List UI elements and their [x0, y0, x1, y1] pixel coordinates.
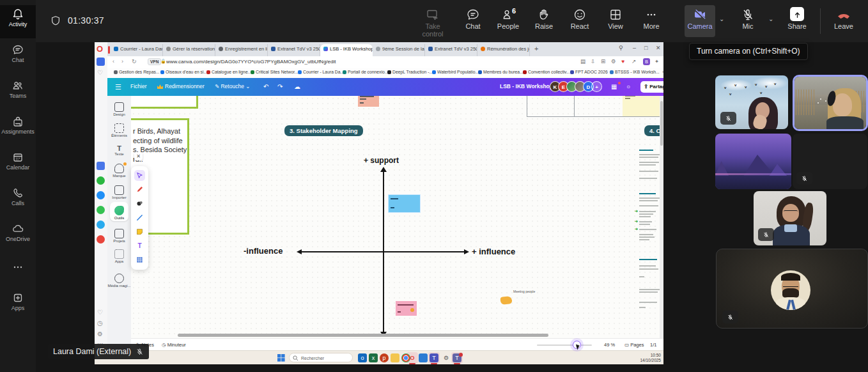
zoom-slider-track[interactable] — [537, 345, 592, 346]
sidebar-item-assignments[interactable]: Assignments — [0, 112, 36, 146]
people-button[interactable]: 6 People — [490, 5, 526, 38]
canva-nav-tools[interactable]: Outils — [107, 206, 131, 220]
workspace-icon[interactable] — [97, 58, 105, 66]
canva-nav-text[interactable]: TTexte — [107, 144, 131, 156]
canva-nav-design[interactable]: Design — [107, 102, 131, 116]
browser-tab-4[interactable]: Extranet TdV v3 2505. #2 — [268, 44, 320, 56]
outlook-icon[interactable]: o — [358, 353, 367, 362]
bookmarks-heart-icon[interactable]: ♡ — [97, 309, 103, 316]
axis-label-neg-influence[interactable]: -influence — [244, 246, 283, 256]
bookmark-item[interactable]: Convention collectiv... — [523, 70, 570, 74]
flyout-close-button[interactable]: ✕ — [134, 152, 143, 160]
browser-tab-8[interactable]: Rémunération des jours fé — [477, 44, 530, 56]
canva-file-menu[interactable]: Fichier — [130, 83, 147, 89]
bookmark-item[interactable]: Portail de connexio... — [343, 70, 388, 74]
window-minimize-button[interactable]: – — [633, 45, 636, 51]
favorites-heart-icon[interactable]: ♥ — [621, 58, 624, 65]
opera-logo-icon[interactable]: O — [97, 44, 103, 54]
browser-tab-7[interactable]: Extranet TdV v3 2505. #2 — [425, 44, 477, 56]
sidebar-item-calendar[interactable]: Calendar — [0, 148, 36, 182]
excel-icon[interactable]: x — [369, 353, 378, 362]
canva-share-button[interactable]: ⇪ Partager — [640, 81, 663, 93]
download-icon[interactable]: ⇩ — [591, 58, 595, 65]
window-maximize-button[interactable]: □ — [644, 45, 647, 51]
more-button[interactable]: More — [633, 5, 669, 38]
participant-video-tile[interactable] — [715, 134, 791, 189]
bookmark-item[interactable]: Gestion des Repas... — [114, 70, 159, 74]
forward-button[interactable]: › — [121, 58, 123, 65]
sidebar-item-apps[interactable]: Apps — [0, 289, 36, 322]
participant-avatar-tile[interactable] — [716, 249, 868, 329]
design-canvas[interactable]: r Birds, Alhayat ecting of wildlife s, B… — [131, 96, 663, 338]
canva-nav-brand[interactable]: Marque — [107, 164, 131, 178]
participant-video-tile[interactable] — [754, 191, 826, 245]
design-title[interactable]: LSB - IKB Workshop — [500, 83, 553, 89]
text-tool[interactable]: T — [134, 240, 145, 251]
bookmark-item[interactable]: BTSSS - IKB Worksh... — [610, 70, 660, 74]
sticky-note-tool[interactable] — [134, 226, 145, 237]
sidebar-item-onedrive[interactable]: OneDrive — [0, 220, 36, 253]
section-3-badge[interactable]: 3. Stakeholder Mapping — [284, 125, 363, 136]
canva-nav-projects[interactable]: Projets — [107, 229, 131, 243]
blue-sticky-note[interactable] — [389, 195, 420, 212]
axis-label-pos-influence[interactable]: + influence — [472, 247, 515, 256]
canva-nav-upload[interactable]: Importer — [107, 185, 131, 199]
sync-icon[interactable]: ✦ — [655, 58, 659, 65]
bookmark-item[interactable]: Catalogue en ligne... — [206, 70, 251, 74]
taskbar-search[interactable]: Rechercher — [289, 353, 353, 362]
bookmark-item[interactable]: Waterbird Populatio... — [432, 70, 479, 74]
sidebar-item-chat[interactable]: Chat — [0, 41, 36, 74]
add-collaborator-button[interactable]: + — [591, 81, 602, 92]
telegram-icon[interactable] — [97, 221, 105, 229]
canva-nav-apps[interactable]: Apps — [107, 249, 131, 263]
mic-options-chevron[interactable]: ⌄ — [768, 15, 773, 22]
bookmarks-overflow-chevron[interactable]: » — [662, 70, 663, 74]
axis-label-support[interactable]: + support — [364, 156, 399, 165]
canva-resize-menu[interactable]: Redimensionner — [157, 83, 205, 89]
canvas-vertical-scrollbar[interactable] — [660, 96, 663, 338]
canva-nav-magic-media[interactable]: Média magi... — [107, 274, 131, 288]
mic-button[interactable]: Mic — [730, 5, 766, 38]
raise-hand-button[interactable]: Raise — [526, 5, 562, 38]
zoom-percent[interactable]: 49 % — [604, 342, 615, 348]
facebook-messenger-icon[interactable] — [97, 191, 105, 199]
reader-mode-icon[interactable]: ▤ — [580, 58, 585, 65]
bookmark-item[interactable]: DeepL Traduction -... — [387, 70, 433, 74]
react-button[interactable]: React — [562, 5, 598, 38]
yellow-shape[interactable] — [500, 296, 512, 305]
extension-icon[interactable]: ⚙ — [611, 58, 616, 65]
powerpoint-icon[interactable]: p — [380, 353, 389, 362]
canva-edit-menu[interactable]: ✎ Retouche ⌄ — [215, 83, 250, 89]
timer-button[interactable]: ◷ Minuteur — [162, 342, 186, 348]
insights-chart-icon[interactable]: ▦ — [611, 83, 617, 90]
bookmark-item[interactable]: Oiseaux d'eau en si... — [160, 70, 207, 74]
sidebar-item-teams[interactable]: Teams — [0, 77, 36, 110]
camera-options-chevron[interactable]: ⌄ — [719, 15, 724, 22]
pink-sticky-note[interactable] — [396, 301, 417, 316]
bookmark-item[interactable]: FPT ADOC 2026 — [570, 70, 608, 74]
settings-gear-icon[interactable]: ⚙ — [97, 330, 103, 337]
browser-tab-2[interactable]: Gérer la réservation — [163, 44, 215, 56]
table-tool[interactable] — [134, 254, 145, 265]
camera-button[interactable]: Camera — [685, 5, 715, 37]
line-tool[interactable] — [134, 212, 145, 223]
new-tab-button[interactable]: + — [534, 45, 538, 52]
comment-icon[interactable]: ○ — [626, 83, 630, 90]
select-tool[interactable] — [134, 170, 145, 181]
settings-icon[interactable]: ⚙ — [442, 353, 451, 362]
yellow-table-cell[interactable] — [623, 96, 663, 116]
browser-tab-1[interactable]: Courrier - Laura Dami - O — [111, 44, 163, 56]
canva-nav-elements[interactable]: Éléments — [107, 123, 131, 137]
bookmark-item[interactable]: Courrier - Laura Da... — [298, 70, 344, 74]
redo-icon[interactable]: ↷ — [277, 83, 283, 90]
taskbar-clock[interactable]: 10:50 14/10/2025 — [640, 353, 661, 363]
salmon-sticky-note[interactable] — [358, 96, 379, 107]
tab-search-icon[interactable]: ⚲ — [619, 45, 623, 51]
undo-icon[interactable]: ↶ — [263, 83, 268, 90]
window-close-button[interactable]: ✕ — [656, 45, 661, 51]
browser-tab-3[interactable]: Enregistrement en ligne | — [215, 44, 268, 56]
pinboard-icon[interactable]: ↗ — [632, 58, 636, 65]
green-frame-partial[interactable] — [131, 96, 198, 109]
windows-start-button[interactable] — [277, 354, 285, 362]
meeting-people-label[interactable]: Meeting people — [513, 290, 535, 293]
